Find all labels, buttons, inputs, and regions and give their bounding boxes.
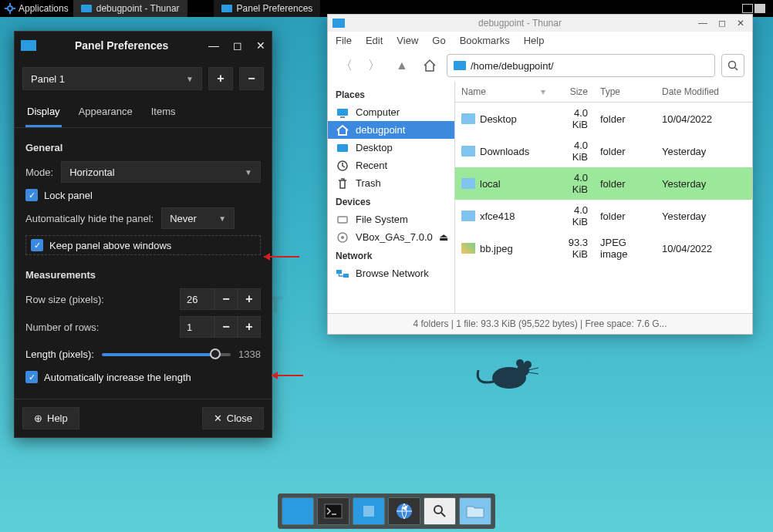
length-slider[interactable] (102, 353, 231, 356)
slider-thumb[interactable] (210, 348, 221, 359)
taskbar-item-thunar[interactable]: debugpoint - Thunar (73, 0, 187, 17)
sidebar-network[interactable]: Browse Network (328, 264, 454, 282)
close-button[interactable]: ✕ (256, 39, 265, 52)
file-size: 4.0 KiB (552, 200, 594, 232)
back-button[interactable]: 〈 (336, 55, 357, 76)
help-button[interactable]: ⊕ Help (22, 407, 79, 429)
search-button[interactable] (721, 54, 744, 77)
sidebar-filesystem[interactable]: File System (328, 210, 454, 228)
panel-selector[interactable]: Panel 1 ▼ (22, 67, 202, 90)
row-size-spinner[interactable]: 26 − + (180, 288, 261, 310)
decrement-button[interactable]: − (214, 316, 238, 338)
sidebar-label: File System (356, 214, 408, 225)
file-type: folder (594, 109, 656, 130)
tab-items[interactable]: Items (150, 101, 177, 127)
window-icon (21, 40, 36, 51)
dock-terminal[interactable] (317, 497, 349, 525)
dock-browser[interactable] (388, 497, 420, 525)
panel-icon (221, 5, 232, 12)
num-rows-value[interactable]: 1 (180, 316, 214, 338)
workspace-switcher[interactable] (742, 4, 765, 13)
dock-folder[interactable] (459, 497, 491, 525)
window-title: debugpoint - Thunar (349, 18, 690, 29)
sidebar-recent[interactable]: Recent (328, 157, 454, 174)
menu-go[interactable]: Go (432, 35, 445, 46)
increment-button[interactable]: + (238, 316, 261, 338)
autohide-dropdown[interactable]: Never ▼ (161, 207, 235, 229)
applications-menu[interactable]: Applications (0, 3, 73, 14)
applications-label: Applications (19, 3, 69, 14)
folder-icon (461, 178, 475, 189)
sidebar-home[interactable]: debugpoint (328, 121, 454, 139)
tab-appearance[interactable]: Appearance (77, 101, 134, 127)
file-size: 93.3 KiB (552, 232, 594, 264)
column-name[interactable]: Name▾ (455, 82, 552, 102)
menu-help[interactable]: Help (524, 35, 545, 46)
taskbar-item-panel-prefs[interactable]: Panel Preferences (214, 0, 321, 17)
increment-button[interactable]: + (238, 288, 261, 310)
file-list: Name▾ Size Type Date Modified Desktop4.0… (455, 82, 752, 313)
titlebar[interactable]: Panel Preferences — ◻ ✕ (15, 32, 272, 59)
menu-file[interactable]: File (336, 35, 352, 46)
auto-increase-checkbox[interactable]: ✓ Automatically increase the length (25, 371, 261, 383)
num-rows-spinner[interactable]: 1 − + (180, 316, 261, 338)
close-button[interactable]: ✕ (734, 18, 748, 29)
svg-line-8 (735, 68, 738, 71)
close-icon: ✕ (214, 412, 222, 424)
file-type: folder (594, 206, 656, 227)
lock-panel-checkbox[interactable]: ✓ Lock panel (25, 189, 261, 201)
file-date: 10/04/2022 (656, 238, 752, 259)
panel-selector-label: Panel 1 (31, 73, 65, 85)
file-row[interactable]: Downloads4.0 KiBfolderYesterday (455, 135, 752, 167)
eject-icon[interactable]: ⏏ (439, 231, 448, 243)
tab-display[interactable]: Display (25, 101, 62, 127)
sidebar-computer[interactable]: Computer (328, 103, 454, 121)
svg-rect-10 (340, 116, 345, 118)
dock-search[interactable] (424, 497, 456, 525)
dock-show-desktop[interactable] (282, 497, 314, 525)
menu-edit[interactable]: Edit (366, 35, 383, 46)
svg-rect-17 (343, 274, 349, 278)
dock-files[interactable] (353, 497, 385, 525)
column-type[interactable]: Type (594, 82, 656, 102)
column-date[interactable]: Date Modified (656, 82, 752, 102)
sidebar-desktop[interactable]: Desktop (328, 139, 454, 157)
sidebar-trash[interactable]: Trash (328, 174, 454, 192)
svg-rect-11 (337, 144, 348, 152)
sidebar-label: Trash (356, 177, 381, 189)
up-button[interactable]: ▲ (391, 55, 413, 76)
close-button[interactable]: ✕ Close (202, 407, 264, 429)
minimize-button[interactable]: — (208, 39, 219, 52)
add-panel-button[interactable]: + (208, 67, 233, 90)
remove-panel-button[interactable]: − (239, 67, 264, 90)
file-type: JPEG image (594, 232, 656, 264)
svg-point-21 (524, 361, 532, 369)
dock (278, 493, 495, 529)
file-date: Yesterday (656, 206, 752, 227)
chevron-down-icon: ▼ (218, 214, 226, 223)
home-button[interactable] (419, 55, 441, 76)
location-bar[interactable]: /home/debugpoint/ (447, 54, 715, 77)
tabs: Display Appearance Items (15, 93, 272, 128)
decrement-button[interactable]: − (214, 288, 238, 310)
column-size[interactable]: Size (552, 82, 594, 102)
menu-bookmarks[interactable]: Bookmarks (460, 35, 510, 46)
places-header: Places (328, 85, 454, 103)
file-row[interactable]: xfce4184.0 KiBfolderYesterday (455, 200, 752, 232)
file-row[interactable]: Desktop4.0 KiBfolder10/04/2022 (455, 103, 752, 135)
maximize-button[interactable]: ◻ (233, 39, 242, 52)
file-row[interactable]: bb.jpeg93.3 KiBJPEG image10/04/2022 (455, 232, 752, 264)
menu-view[interactable]: View (397, 35, 418, 46)
workspace-2[interactable] (754, 4, 765, 13)
mode-dropdown[interactable]: Horizontal ▼ (61, 161, 261, 183)
row-size-value[interactable]: 26 (180, 288, 214, 310)
workspace-1[interactable] (742, 4, 753, 13)
sidebar-vbox[interactable]: VBox_GAs_7.0.0⏏ (328, 228, 454, 246)
keep-above-checkbox[interactable]: ✓ Keep panel above windows (25, 235, 261, 255)
minimize-button[interactable]: — (695, 18, 711, 29)
titlebar[interactable]: debugpoint - Thunar — ◻ ✕ (328, 15, 752, 32)
forward-button[interactable]: 〉 (363, 55, 385, 76)
file-row[interactable]: local4.0 KiBfolderYesterday (455, 167, 752, 200)
maximize-button[interactable]: ◻ (715, 18, 729, 29)
general-header: General (25, 142, 261, 153)
